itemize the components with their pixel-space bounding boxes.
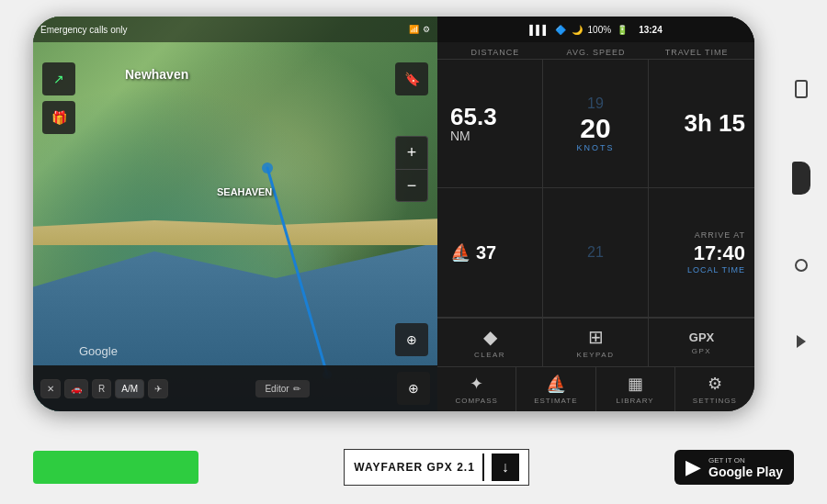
nav-arrow-icon: ↗ bbox=[53, 72, 64, 86]
estimate-label: ESTIMATE bbox=[534, 397, 577, 405]
wayfarer-icon: ↓ bbox=[492, 454, 519, 481]
travel-time-cell: 3h 15 bbox=[649, 60, 754, 188]
travel-time-value: 3h 15 bbox=[685, 109, 746, 138]
wayfarer-text: WAYFARER GPX 2.1 bbox=[354, 461, 475, 474]
knots-label: KNOTS bbox=[576, 143, 614, 152]
crosshair-btn[interactable]: ⊕ bbox=[395, 323, 428, 356]
gift-btn[interactable]: 🎁 bbox=[42, 101, 75, 134]
car-btn[interactable]: 🚗 bbox=[64, 379, 88, 398]
bookmark-btn[interactable]: 🔖 bbox=[395, 62, 428, 95]
plus-icon: + bbox=[407, 143, 417, 162]
gpx-icon: GPX bbox=[689, 330, 714, 344]
info-status-bar: ▌▌▌ 🔷 🌙 100% 🔋 13:24 bbox=[437, 17, 754, 42]
settings-icon: ⚙ bbox=[708, 374, 722, 394]
emergency-text: Emergency calls only bbox=[40, 25, 127, 35]
clear-btn[interactable]: ◆ CLEAR bbox=[437, 319, 543, 366]
header-avg-speed: AVG. SPEED bbox=[546, 48, 647, 57]
location-label-seahaven: SEAHAVEN bbox=[217, 186, 272, 197]
compass-label: COMPASS bbox=[455, 397, 497, 405]
phone-hardware-buttons bbox=[792, 17, 810, 411]
signal-icon: 📶 bbox=[409, 25, 419, 34]
speed-next-cell: 21 bbox=[543, 188, 649, 317]
arrive-at-cell: ARRIVE AT 17:40 LOCAL TIME bbox=[649, 188, 754, 317]
waypoints-icon: ⛵ bbox=[450, 242, 470, 263]
bluetooth-icon: 🔷 bbox=[555, 25, 566, 35]
location-icon: ⊕ bbox=[408, 381, 419, 396]
distance-unit: NM bbox=[450, 129, 470, 143]
zoom-in-btn[interactable]: + bbox=[395, 136, 428, 169]
moon-icon: 🌙 bbox=[572, 25, 583, 35]
library-btn[interactable]: ▦ LIBRARY bbox=[596, 367, 675, 411]
volume-btn[interactable] bbox=[792, 162, 810, 195]
compass-btn[interactable]: ✦ COMPASS bbox=[437, 367, 516, 411]
nav-arrow-btn[interactable]: ↗ bbox=[42, 62, 75, 95]
clear-label: CLEAR bbox=[474, 351, 505, 359]
keypad-label: KEYPAD bbox=[577, 351, 615, 359]
gift-icon: 🎁 bbox=[51, 110, 67, 125]
info-toolbar-row1: ◆ CLEAR ⊞ KEYPAD GPX GPX bbox=[437, 318, 754, 366]
waypoints-cell: ⛵ 37 bbox=[437, 188, 543, 317]
distance-cell: 65.3 NM bbox=[437, 60, 543, 188]
zoom-out-btn[interactable]: − bbox=[395, 169, 428, 202]
bottom-tool-group: ✕ 🚗 R A/M ✈ bbox=[40, 379, 168, 398]
header-distance: DISTANCE bbox=[445, 48, 546, 57]
map-status-bar: Emergency calls only 📶 ⚙ bbox=[33, 17, 437, 42]
battery-icon: 🔋 bbox=[617, 25, 628, 35]
wayfarer-badge: WAYFARER GPX 2.1 ↓ bbox=[344, 449, 529, 486]
google-play-icon: ▶ bbox=[685, 455, 701, 479]
info-toolbar-row2: ✦ COMPASS ⛵ ESTIMATE ▦ LIBRARY ⚙ SETTING… bbox=[437, 366, 754, 411]
map-right-controls: 🔖 bbox=[395, 62, 428, 95]
close-btn[interactable]: ✕ bbox=[40, 379, 61, 398]
battery-level: 100% bbox=[588, 25, 612, 35]
editor-btn[interactable]: Editor ✏ bbox=[255, 380, 309, 398]
library-icon: ▦ bbox=[628, 374, 643, 394]
info-headers: DISTANCE AVG. SPEED TRAVEL TIME bbox=[437, 42, 754, 60]
header-travel-time: TRAVEL TIME bbox=[646, 48, 747, 57]
speed-next: 21 bbox=[587, 244, 604, 261]
waypoints-value: 37 bbox=[476, 242, 496, 263]
bookmark-icon: 🔖 bbox=[404, 72, 420, 86]
get-it-on-label: GET IT ON bbox=[708, 456, 783, 465]
estimate-btn[interactable]: ⛵ ESTIMATE bbox=[516, 367, 595, 411]
time-display: 13:24 bbox=[639, 25, 663, 35]
speed-prev: 19 bbox=[587, 95, 604, 114]
green-action-btn[interactable] bbox=[33, 451, 198, 484]
clear-icon: ◆ bbox=[483, 326, 497, 348]
google-play-text-group: GET IT ON Google Play bbox=[708, 456, 783, 479]
map-left-controls: ↗ 🎁 bbox=[42, 62, 75, 134]
library-label: LIBRARY bbox=[617, 397, 654, 405]
map-bottom-bar: ✕ 🚗 R A/M ✈ Editor ✏ ⊕ bbox=[33, 365, 437, 411]
local-time-label: LOCAL TIME bbox=[687, 265, 745, 274]
location-btn[interactable]: ⊕ bbox=[397, 372, 430, 405]
google-play-label: Google Play bbox=[708, 465, 783, 479]
badge-divider bbox=[482, 454, 484, 481]
gpx-btn[interactable]: GPX GPX bbox=[649, 319, 754, 366]
settings-label: SETTINGS bbox=[693, 397, 737, 405]
arrive-time: 17:40 bbox=[694, 241, 745, 265]
map-section: Emergency calls only 📶 ⚙ Newhaven SEAHAV… bbox=[33, 17, 437, 411]
back-btn[interactable] bbox=[797, 335, 806, 348]
compass-icon: ✦ bbox=[470, 374, 483, 394]
estimate-icon: ⛵ bbox=[546, 374, 566, 394]
location-label-newhaven: Newhaven bbox=[125, 67, 188, 82]
editor-label: Editor bbox=[265, 384, 289, 394]
bottom-bar: WAYFARER GPX 2.1 ↓ ▶ GET IT ON Google Pl… bbox=[33, 449, 794, 486]
distance-value: 65.3 bbox=[450, 105, 497, 129]
info-panel: ▌▌▌ 🔷 🌙 100% 🔋 13:24 DISTANCE AVG. SPEED… bbox=[437, 17, 754, 411]
am-btn[interactable]: A/M bbox=[115, 379, 144, 398]
square-btn[interactable] bbox=[795, 80, 808, 98]
phone-frame: Emergency calls only 📶 ⚙ Newhaven SEAHAV… bbox=[33, 17, 754, 411]
speed-current: 20 bbox=[580, 113, 610, 143]
crosshair-icon: ⊕ bbox=[406, 332, 417, 347]
pencil-icon: ✏ bbox=[293, 384, 300, 394]
circle-btn[interactable] bbox=[795, 259, 808, 272]
info-data-grid: 65.3 NM 19 20 KNOTS 3h 15 ⛵ 37 21 bbox=[437, 60, 754, 318]
settings-btn[interactable]: ⚙ SETTINGS bbox=[675, 367, 754, 411]
arrive-at-label: ARRIVE AT bbox=[695, 230, 745, 240]
minus-icon: − bbox=[407, 176, 417, 196]
plane-btn[interactable]: ✈ bbox=[148, 379, 168, 398]
r-btn[interactable]: R bbox=[92, 379, 111, 398]
keypad-btn[interactable]: ⊞ KEYPAD bbox=[543, 319, 649, 366]
google-play-badge[interactable]: ▶ GET IT ON Google Play bbox=[674, 450, 794, 485]
gpx-label: GPX bbox=[692, 347, 711, 355]
